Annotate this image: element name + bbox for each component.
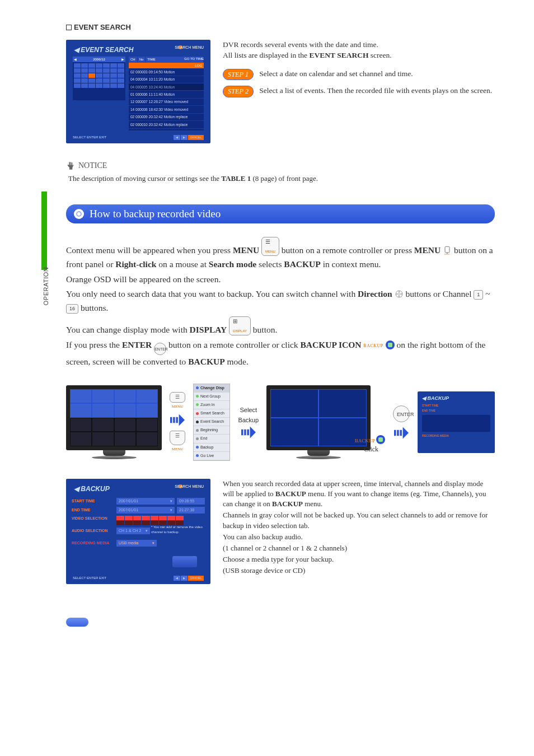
arrow-icon	[241, 426, 256, 438]
step-2-badge: STEP 2	[223, 86, 254, 97]
step-1-text: Select a date on calendar and set channe…	[259, 69, 495, 80]
side-tab-label: OPERATION	[42, 267, 51, 305]
backup-screenshot: ◀ BACKUP SEARCH MENU START TIME2007/01/0…	[66, 479, 210, 584]
step-2-row: STEP 2 Select a list of events. Then the…	[223, 86, 495, 97]
monitor-1	[66, 385, 162, 459]
backup-flow-row: ☰ MENU ☰ MENU Change Disp Next Group Zoo…	[66, 384, 495, 461]
backup-mini-screenshot: ◀ BACKUP START TIME END TIME RECORDING M…	[418, 391, 495, 453]
notice-block: NOTICE The description of moving cursor …	[66, 160, 495, 184]
event-row: 12 000007 12:28:27 Video removed	[129, 99, 204, 106]
goto-time-label: GO TO TIME	[184, 57, 204, 62]
backup-label: Backup	[238, 416, 259, 425]
backup-heading-bar: How to backup recorded video	[66, 204, 495, 223]
shot-footer-buttons: ◀▶CANCEL	[173, 135, 204, 140]
backup-heading-text: How to backup recorded video	[90, 206, 221, 222]
backup-chip-icon	[386, 340, 395, 349]
svg-point-4	[398, 293, 400, 295]
display-key-icon: ⊞DISPLAY	[229, 316, 251, 335]
shot-footer-hints: SELECT ENTER EXIT	[73, 135, 106, 140]
event-list-panel: CHNoTIME LOG 02 000003 09:14:50 Motion 0…	[129, 57, 204, 130]
square-bullet-icon	[66, 25, 72, 30]
backup-lower-text: When you search recorded data at upper s…	[223, 479, 495, 577]
menu-remote-key-icon: ☰MENU	[261, 237, 279, 256]
event-row: 14 000008 18:42:30 Video removed	[129, 106, 204, 113]
event-row: 02 000003 09:14:50 Motion	[129, 68, 204, 76]
intro-paragraph: DVR records several events with the date…	[223, 40, 495, 61]
step-1-row: STEP 1 Select a date on calendar and set…	[223, 69, 495, 81]
monitor-2	[266, 385, 371, 459]
menu-key-sub2: MENU	[172, 446, 184, 452]
backup-chip-icon	[376, 435, 385, 444]
event-row: 01 000006 11:11:40 Motion	[129, 91, 204, 98]
event-row: 02 000010 20:32:42 Motion replace	[129, 121, 204, 128]
select-label: Select	[240, 406, 257, 415]
backup-body: Context menu will be appeared when you p…	[66, 237, 495, 369]
event-row: 04 000004 10:11:20 Motion	[129, 76, 204, 83]
section-event-search-title: EVENT SEARCH	[66, 22, 495, 33]
svg-rect-0	[445, 246, 449, 253]
enter-key-column: ENTER	[393, 405, 410, 439]
step-1-badge: STEP 1	[223, 69, 254, 81]
arrow-icon	[170, 414, 185, 426]
event-search-screenshot: ◀ EVENT SEARCH SEARCH MENU ◀2006/12▶	[66, 40, 210, 143]
shot-footer-buttons: ◀▶CANCEL	[173, 576, 204, 581]
menu-panel-key: ☰	[170, 431, 185, 445]
shot-footer-hints: SELECT ENTER EXIT	[73, 576, 106, 581]
menu-key-top: ☰	[170, 392, 185, 403]
click-caption: Click	[364, 445, 378, 454]
notice-body: The description of moving cursor or sett…	[66, 174, 495, 184]
shot-menu-label: SEARCH MENU	[175, 45, 204, 50]
direction-keys-icon	[395, 289, 404, 298]
context-menu: Change Disp Next Group Zoom In Smart Sea…	[193, 384, 230, 461]
section-title-text: EVENT SEARCH	[74, 23, 131, 31]
video-channel-grid	[116, 516, 184, 525]
notice-head-text: NOTICE	[78, 160, 107, 171]
side-tab: OPERATION	[41, 255, 51, 317]
page-number-pill	[66, 618, 88, 627]
shot-menu-label: SEARCH MENU	[175, 484, 204, 489]
page-footer	[66, 618, 495, 627]
svg-text:MENU: MENU	[444, 254, 450, 255]
enter-key: ENTER	[393, 405, 410, 422]
menu-key-column: ☰ MENU ☰ MENU	[170, 392, 185, 452]
event-row: 04 000005 10:24:40 Motion	[129, 83, 204, 91]
channel-16-key: 16	[66, 304, 78, 313]
event-row: 02 000009 20:32:42 Motion replace	[129, 114, 204, 121]
step-2-text: Select a list of events. Then the record…	[259, 86, 495, 96]
enter-key-icon: ENTER	[154, 343, 166, 355]
menu-key-sub: MENU	[172, 404, 184, 409]
calendar-panel: ◀2006/12▶	[73, 57, 125, 100]
shot-title: ◀ EVENT SEARCH	[74, 45, 133, 55]
backup-overlay-label: BACKUP	[355, 435, 385, 445]
heading-circle-icon	[74, 209, 84, 219]
backup-side-note: * You can add or remove the video channe…	[151, 525, 203, 534]
channel-1-key: 1	[474, 290, 483, 299]
backup-small-label: BACKUP	[363, 343, 383, 348]
arrow-icon	[394, 427, 409, 439]
menu-panel-key-icon: MENU	[443, 245, 452, 254]
notice-hand-icon	[66, 161, 75, 170]
device-image	[172, 556, 197, 567]
